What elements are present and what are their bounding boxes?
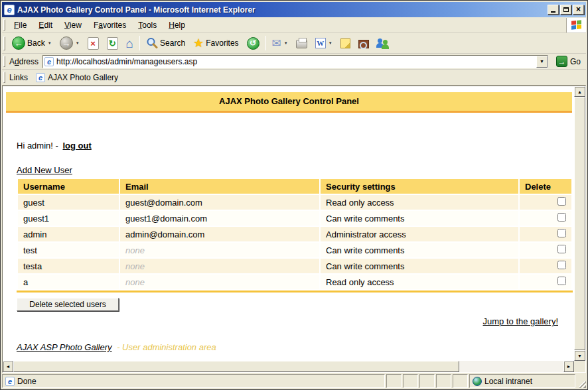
horizontal-scroll-thumb[interactable]: [13, 361, 459, 372]
links-bar: Links e AJAX Photo Gallery: [2, 70, 586, 86]
stop-icon: ×: [88, 37, 99, 50]
horizontal-scrollbar[interactable]: ◄ ►: [3, 361, 574, 372]
forward-button[interactable]: → ▼: [56, 34, 84, 52]
cell-email: guest@domain.com: [120, 195, 319, 210]
favorites-button[interactable]: ★ Favorites: [189, 34, 243, 52]
mail-button[interactable]: ✉ ▼: [268, 34, 292, 52]
vertical-scrollbar[interactable]: ▲ ▼: [574, 86, 585, 361]
menu-tools[interactable]: Tools: [132, 19, 163, 32]
delete-checkbox[interactable]: [557, 261, 566, 269]
users-table: Username Email Security settings Delete …: [17, 178, 573, 291]
edit-dropdown-icon[interactable]: ▼: [329, 41, 332, 45]
page-banner: AJAX Photo Gallery Control Panel: [6, 92, 572, 113]
menu-file[interactable]: File: [8, 19, 33, 32]
window-title: AJAX Photo Gallery Control Panel - Micro…: [17, 5, 546, 15]
cell-security: Can write comments: [321, 211, 518, 226]
header-username: Username: [18, 179, 119, 194]
refresh-icon: ↻: [107, 37, 118, 50]
discuss-button[interactable]: [336, 34, 354, 52]
status-pane-empty: [419, 374, 435, 388]
title-bar: e AJAX Photo Gallery Control Panel - Mic…: [2, 2, 586, 17]
cell-email: guest1@domain.com: [120, 211, 319, 226]
vertical-scroll-thumb[interactable]: [574, 97, 585, 350]
back-dropdown-icon[interactable]: ▼: [48, 41, 52, 45]
toolbar-grip[interactable]: [3, 36, 5, 50]
print-button[interactable]: [292, 34, 311, 52]
scroll-right-icon[interactable]: ►: [563, 361, 574, 372]
status-text: Done: [17, 377, 37, 386]
jump-to-gallery-link[interactable]: Jump to the gallery!: [483, 316, 558, 326]
addressbar-grip[interactable]: [3, 56, 5, 66]
table-row: guest guest@domain.com Read only access: [18, 195, 571, 210]
greeting-text: Hi admin! -: [17, 141, 58, 151]
menu-view[interactable]: View: [58, 19, 88, 32]
home-icon: ⌂: [126, 37, 133, 50]
cell-email: none: [120, 243, 319, 257]
intranet-zone-icon: [473, 377, 482, 386]
logout-link[interactable]: log out: [62, 141, 91, 151]
address-dropdown-button[interactable]: ▼: [536, 56, 548, 68]
menubar-grip[interactable]: [3, 19, 5, 30]
security-zone-pane: Local intranet: [469, 374, 575, 388]
table-row: test none Can write comments: [18, 243, 571, 257]
scroll-down-icon[interactable]: ▼: [574, 350, 585, 361]
actions-row: Delete selected users: [17, 298, 574, 311]
research-button[interactable]: [354, 34, 373, 52]
link-favicon: e: [36, 73, 45, 82]
forward-dropdown-icon[interactable]: ▼: [76, 41, 80, 45]
home-button[interactable]: ⌂: [122, 34, 137, 52]
delete-checkbox[interactable]: [557, 229, 566, 237]
horizontal-scroll-track[interactable]: [459, 361, 563, 372]
search-button[interactable]: Search: [142, 34, 189, 52]
browser-viewport: AJAX Photo Gallery Control Panel Hi admi…: [2, 86, 586, 373]
users-table-wrap: Username Email Security settings Delete …: [17, 178, 573, 292]
edit-with-word-button[interactable]: W ▼: [311, 34, 336, 52]
delete-selected-users-button[interactable]: Delete selected users: [17, 298, 119, 311]
close-button[interactable]: ×: [573, 5, 584, 15]
cell-username: testa: [18, 259, 119, 273]
word-edit-icon: W: [315, 38, 326, 48]
table-row: guest1 guest1@domain.com Can write comme…: [18, 211, 571, 226]
links-item-ajax-photo-gallery[interactable]: e AJAX Photo Gallery: [32, 73, 122, 82]
history-button[interactable]: ↺: [243, 34, 263, 52]
minimize-button[interactable]: [548, 5, 559, 15]
table-row: admin admin@domain.com Administrator acc…: [18, 227, 571, 241]
scroll-up-icon[interactable]: ▲: [574, 86, 585, 97]
address-url[interactable]: http://localhost/admin/manageusers.asp: [56, 57, 197, 66]
delete-checkbox[interactable]: [557, 213, 566, 222]
menu-edit[interactable]: Edit: [33, 19, 58, 32]
delete-checkbox[interactable]: [557, 245, 566, 253]
favorites-icon: ★: [193, 37, 204, 49]
header-security: Security settings: [321, 179, 518, 194]
address-input[interactable]: e http://localhost/admin/manageusers.asp…: [42, 55, 548, 68]
mail-icon: ✉: [272, 38, 281, 49]
scroll-left-icon[interactable]: ◄: [3, 361, 13, 372]
messenger-button[interactable]: [373, 34, 394, 52]
cell-security: Can write comments: [321, 259, 518, 273]
history-icon: ↺: [247, 37, 259, 50]
go-button[interactable]: → Go: [553, 55, 583, 68]
gallery-home-link[interactable]: AJAX ASP Photo Gallery: [17, 342, 112, 352]
links-item-label: AJAX Photo Gallery: [48, 73, 118, 82]
ie-app-icon: e: [4, 5, 15, 15]
cell-username: guest: [18, 195, 119, 210]
back-button[interactable]: ← Back ▼: [8, 34, 56, 52]
standard-toolbar: ← Back ▼ → ▼ × ↻ ⌂ Search ★ Favorites: [2, 33, 586, 54]
go-icon: →: [556, 56, 567, 67]
maximize-button[interactable]: [560, 5, 571, 15]
menu-favorites[interactable]: Favorites: [88, 19, 132, 32]
address-label: Address: [8, 57, 42, 66]
resize-grip[interactable]: [577, 374, 586, 388]
delete-checkbox[interactable]: [557, 197, 566, 206]
footer-subtitle: - User administration area: [117, 342, 216, 352]
menu-help[interactable]: Help: [163, 19, 191, 32]
header-delete: Delete: [520, 179, 571, 194]
toolbar-separator: [139, 36, 140, 50]
refresh-button[interactable]: ↻: [103, 34, 122, 52]
delete-checkbox[interactable]: [557, 277, 566, 285]
linksbar-grip[interactable]: [3, 72, 5, 82]
stop-button[interactable]: ×: [84, 34, 103, 52]
add-new-user-link[interactable]: Add New User: [17, 165, 72, 175]
status-pane-empty: [386, 374, 402, 388]
mail-dropdown-icon[interactable]: ▼: [284, 41, 288, 45]
